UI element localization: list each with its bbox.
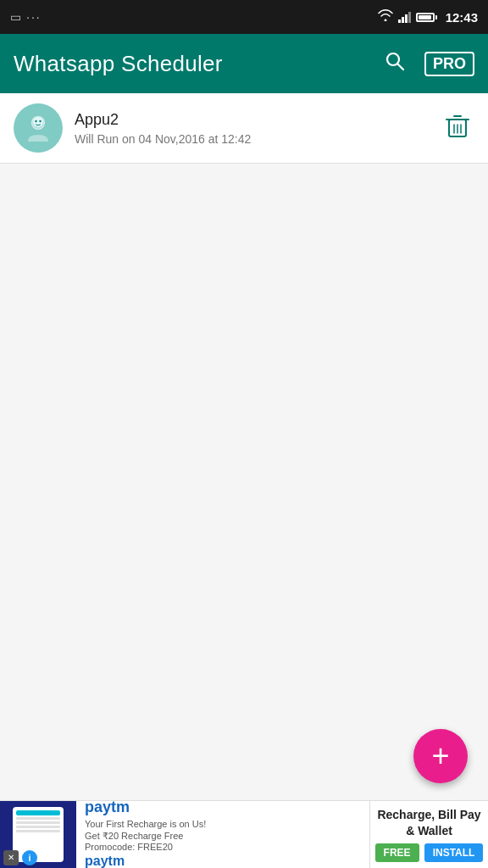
ad-banner: ✕ i paytm Your First Recharge is on Us! …: [0, 800, 488, 868]
schedule-time: Will Run on 04 Nov,2016 at 12:42: [75, 132, 441, 146]
status-right-icons: 12:43: [378, 9, 478, 25]
ad-close-button[interactable]: ✕: [3, 850, 19, 865]
battery-icon: [416, 13, 437, 22]
search-button[interactable]: [380, 47, 409, 81]
header-actions: PRO: [380, 47, 474, 81]
app-title: Whatsapp Scheduler: [14, 51, 380, 77]
app-header: Whatsapp Scheduler PRO: [0, 34, 488, 93]
ad-action-buttons: FREE INSTALL: [375, 843, 484, 862]
svg-point-5: [35, 120, 36, 122]
main-content: Appu2 Will Run on 04 Nov,2016 at 12:42: [0, 93, 488, 800]
svg-point-6: [39, 120, 41, 122]
ad-controls: ✕ i: [3, 850, 37, 865]
delete-button[interactable]: [441, 108, 474, 148]
status-bar: ▭ ··· 12:43: [0, 0, 488, 34]
ad-logo-text: paytm: [85, 854, 361, 868]
contact-info: Appu2 Will Run on 04 Nov,2016 at 12:42: [75, 111, 441, 146]
ad-brand: paytm: [85, 798, 361, 816]
signal-icon: [398, 11, 411, 23]
screen-icon: ▭: [10, 10, 21, 24]
ad-thumbnail: ✕ i: [0, 801, 76, 869]
add-button[interactable]: +: [413, 729, 468, 783]
add-icon: +: [431, 741, 449, 771]
contact-name: Appu2: [75, 111, 441, 129]
ad-right-panel: Recharge, Bill Pay & Wallet FREE INSTALL: [369, 801, 488, 869]
ad-promo-code: Promocode: FREE20: [85, 842, 361, 852]
ad-right-text: Recharge, Bill Pay & Wallet: [375, 807, 483, 837]
contact-avatar: [14, 103, 63, 153]
ad-second-line: Get ₹20 Recharge Free: [85, 830, 361, 842]
menu-dots: ···: [26, 10, 42, 24]
scheduled-item[interactable]: Appu2 Will Run on 04 Nov,2016 at 12:42: [0, 93, 488, 164]
svg-line-1: [397, 64, 403, 70]
ad-free-button[interactable]: FREE: [375, 843, 419, 862]
status-left-icons: ▭ ···: [10, 10, 42, 24]
status-time: 12:43: [446, 10, 478, 25]
ad-content: paytm Your First Recharge is on Us! Get …: [76, 793, 369, 868]
pro-button[interactable]: PRO: [424, 52, 474, 76]
wifi-icon: [378, 9, 393, 25]
ad-first-line: Your First Recharge is on Us!: [85, 818, 361, 830]
ad-info-button[interactable]: i: [22, 850, 37, 865]
ad-install-button[interactable]: INSTALL: [424, 843, 484, 862]
